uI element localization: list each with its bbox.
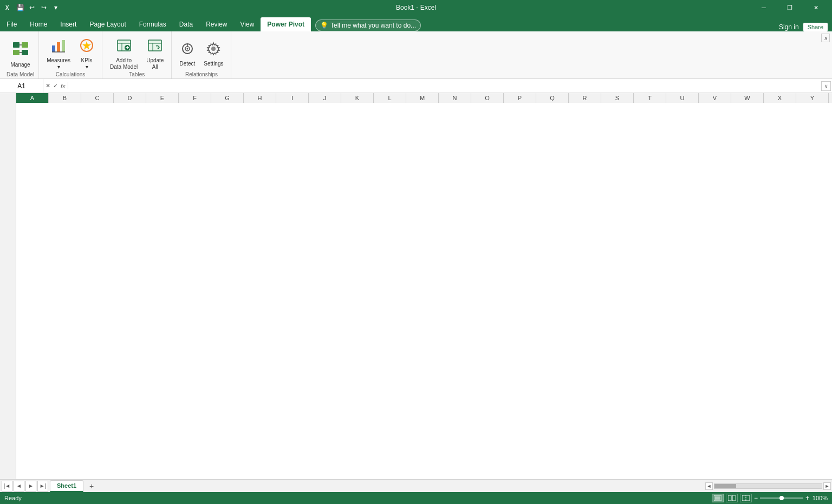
- tab-file[interactable]: File: [0, 17, 23, 31]
- col-header-N[interactable]: N: [439, 93, 471, 103]
- zoom-minus-button[interactable]: −: [754, 494, 758, 502]
- calculations-label: Calculations: [56, 71, 85, 77]
- col-header-M[interactable]: M: [406, 93, 439, 103]
- zoom-track[interactable]: [760, 498, 803, 499]
- col-header-B[interactable]: B: [49, 93, 81, 103]
- redo-button[interactable]: ↪: [39, 3, 49, 12]
- formula-bar: A1 ✕ ✓ fx ∨: [0, 79, 832, 93]
- zoom-slider[interactable]: [760, 498, 803, 499]
- measures-arrow: ▾: [57, 64, 60, 70]
- manage-icon: [12, 40, 29, 61]
- col-header-G[interactable]: G: [211, 93, 244, 103]
- col-header-C[interactable]: C: [81, 93, 114, 103]
- cancel-formula-button[interactable]: ✕: [46, 82, 50, 89]
- kpis-button[interactable]: KPIs ▾: [76, 38, 98, 70]
- zoom-plus-button[interactable]: +: [805, 494, 809, 502]
- sheet-last-button[interactable]: ►|: [37, 481, 48, 492]
- col-header-R[interactable]: R: [569, 93, 601, 103]
- col-header-J[interactable]: J: [309, 93, 341, 103]
- col-header-Z[interactable]: Z: [829, 93, 832, 103]
- col-header-P[interactable]: P: [504, 93, 536, 103]
- sheet-tab-sheet1[interactable]: Sheet1: [50, 480, 83, 492]
- add-to-data-model-label: Add toData Model: [110, 57, 138, 70]
- collapse-ribbon-button[interactable]: ∧: [821, 34, 830, 42]
- close-button[interactable]: ✕: [804, 0, 828, 15]
- tab-page-layout[interactable]: Page Layout: [83, 17, 132, 31]
- update-all-label: UpdateAll: [146, 57, 164, 70]
- col-header-Y[interactable]: Y: [796, 93, 829, 103]
- sheet-prev-button[interactable]: ◄: [14, 481, 24, 492]
- svg-rect-32: [732, 495, 736, 501]
- formula-icons: ✕ ✓ fx: [43, 82, 68, 89]
- share-button[interactable]: Share: [803, 23, 828, 31]
- sign-in-button[interactable]: Sign in: [779, 23, 799, 31]
- ribbon-right: Sign in Share: [779, 23, 832, 31]
- minimize-button[interactable]: ─: [752, 0, 776, 15]
- name-box[interactable]: A1: [0, 79, 43, 93]
- col-header-F[interactable]: F: [179, 93, 211, 103]
- confirm-formula-button[interactable]: ✓: [53, 82, 58, 89]
- tab-data[interactable]: Data: [173, 17, 199, 31]
- col-header-T[interactable]: T: [634, 93, 666, 103]
- col-header-V[interactable]: V: [699, 93, 731, 103]
- excel-icon: X: [4, 3, 13, 12]
- col-header-A[interactable]: A: [16, 93, 49, 103]
- tab-insert[interactable]: Insert: [54, 17, 83, 31]
- col-header-D[interactable]: D: [114, 93, 146, 103]
- quick-access-toolbar: X 💾 ↩ ↪ ▾: [4, 3, 61, 12]
- window-controls: ─ ❐ ✕: [752, 0, 828, 15]
- horizontal-scrollbar[interactable]: [714, 483, 822, 489]
- tab-formulas[interactable]: Formulas: [133, 17, 173, 31]
- detect-icon: [180, 41, 195, 60]
- add-to-data-model-button[interactable]: Add toData Model: [107, 38, 141, 70]
- col-header-Q[interactable]: Q: [536, 93, 569, 103]
- col-header-H[interactable]: H: [244, 93, 276, 103]
- col-header-W[interactable]: W: [731, 93, 764, 103]
- measures-icon: [51, 38, 66, 56]
- restore-button[interactable]: ❐: [778, 0, 802, 15]
- col-header-K[interactable]: K: [341, 93, 374, 103]
- col-header-U[interactable]: U: [666, 93, 699, 103]
- normal-view-button[interactable]: [712, 494, 724, 502]
- customize-qat-button[interactable]: ▾: [51, 3, 61, 12]
- col-header-S[interactable]: S: [601, 93, 634, 103]
- settings-button[interactable]: Settings: [200, 38, 226, 70]
- row-numbers: [0, 103, 16, 479]
- update-all-button[interactable]: UpdateAll: [143, 38, 167, 70]
- manage-button[interactable]: Manage: [8, 38, 34, 70]
- page-break-view-button[interactable]: [740, 494, 752, 502]
- collapse-formula-button[interactable]: ∨: [821, 81, 831, 91]
- zoom-thumb[interactable]: [779, 496, 784, 500]
- col-header-I[interactable]: I: [276, 93, 309, 103]
- ribbon-group-relationships: Detect Settings Relationships: [172, 31, 231, 78]
- undo-button[interactable]: ↩: [27, 3, 37, 12]
- tab-power-pivot[interactable]: Power Pivot: [261, 17, 311, 31]
- ribbon-group-items: Detect Settings: [176, 34, 226, 70]
- page-layout-view-button[interactable]: [726, 494, 738, 502]
- scroll-right-button[interactable]: ►: [823, 482, 831, 490]
- tab-view[interactable]: View: [234, 17, 261, 31]
- col-header-O[interactable]: O: [471, 93, 504, 103]
- sheet-first-button[interactable]: |◄: [2, 481, 12, 492]
- add-sheet-button[interactable]: +: [86, 480, 98, 492]
- sheet-next-button[interactable]: ►: [25, 481, 36, 492]
- col-header-E[interactable]: E: [146, 93, 179, 103]
- zoom-percent[interactable]: 100%: [811, 495, 828, 501]
- tell-me-input[interactable]: 💡 Tell me what you want to do...: [315, 19, 421, 31]
- scroll-left-button[interactable]: ◄: [705, 482, 713, 490]
- tab-home[interactable]: Home: [23, 17, 54, 31]
- settings-icon: [206, 41, 221, 60]
- tab-review[interactable]: Review: [199, 17, 233, 31]
- col-header-L[interactable]: L: [374, 93, 406, 103]
- detect-button[interactable]: Detect: [176, 38, 198, 70]
- formula-input[interactable]: [68, 79, 821, 93]
- spreadsheet: A B C D E F G H I J K L M N O P Q R S T …: [0, 93, 832, 479]
- col-header-X[interactable]: X: [764, 93, 796, 103]
- save-button[interactable]: 💾: [15, 3, 25, 12]
- insert-function-button[interactable]: fx: [61, 83, 66, 89]
- settings-label: Settings: [204, 61, 223, 67]
- sheet-tab-bar: |◄ ◄ ► ►| Sheet1 + ◄ ►: [0, 479, 832, 492]
- grid-cells[interactable]: [16, 103, 832, 479]
- measures-button[interactable]: Measures ▾: [43, 38, 74, 70]
- scrollbar-thumb[interactable]: [714, 484, 736, 488]
